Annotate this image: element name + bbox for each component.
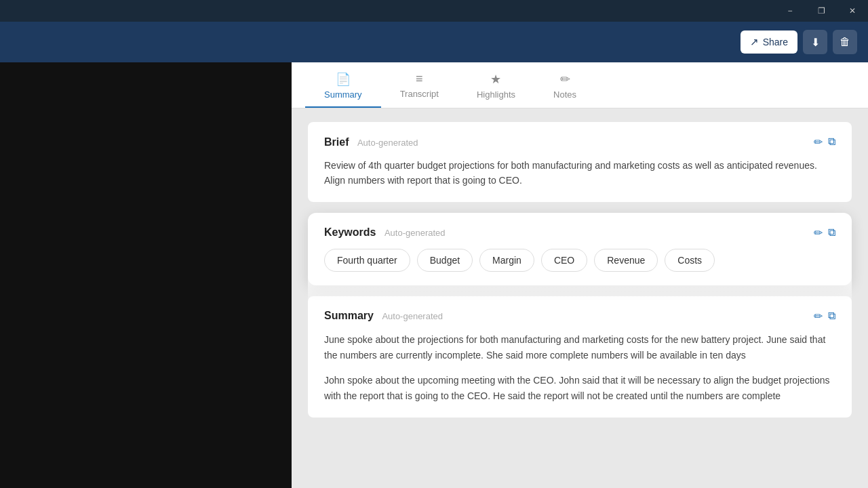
summary-icon: 📄 xyxy=(336,72,351,87)
keyword-tag[interactable]: CEO xyxy=(541,249,587,272)
tab-notes-label: Notes xyxy=(553,89,576,100)
summary-section: Summary Auto-generated ✏ ⧉ June spoke ab… xyxy=(308,296,852,418)
keywords-header: Keywords Auto-generated ✏ ⧉ xyxy=(324,226,835,239)
brief-text: Review of 4th quarter budget projections… xyxy=(324,158,835,188)
right-panel: 📄 Summary ≡ Transcript ★ Highlights ✏ No… xyxy=(292,62,868,488)
keyword-tag[interactable]: Fourth quarter xyxy=(324,249,410,272)
summary-header: Summary Auto-generated ✏ ⧉ xyxy=(324,310,835,323)
tab-highlights[interactable]: ★ Highlights xyxy=(458,62,534,108)
keywords-subtitle: Auto-generated xyxy=(384,228,446,238)
summary-paragraph: John spoke about the upcoming meeting wi… xyxy=(324,373,835,404)
keywords-grid: Fourth quarterBudgetMarginCEORevenueCost… xyxy=(324,249,835,272)
brief-actions: ✏ ⧉ xyxy=(814,136,835,148)
content-area: Brief Auto-generated ✏ ⧉ Review of 4th q… xyxy=(292,108,868,488)
delete-button[interactable]: 🗑 xyxy=(833,30,857,54)
tab-summary-label: Summary xyxy=(324,89,362,100)
tab-bar: 📄 Summary ≡ Transcript ★ Highlights ✏ No… xyxy=(292,62,868,108)
keyword-tag[interactable]: Budget xyxy=(417,249,473,272)
share-label: Share xyxy=(763,37,788,47)
download-button[interactable]: ⬇ xyxy=(803,30,827,54)
brief-copy-icon[interactable]: ⧉ xyxy=(828,136,835,148)
tab-summary[interactable]: 📄 Summary xyxy=(305,62,381,108)
summary-copy-icon[interactable]: ⧉ xyxy=(828,310,835,323)
keywords-title: Keywords xyxy=(324,226,376,238)
brief-header: Brief Auto-generated ✏ ⧉ xyxy=(324,136,835,148)
minimize-button[interactable]: − xyxy=(774,0,806,22)
restore-button[interactable]: ❐ xyxy=(806,0,837,22)
summary-paragraph: June spoke about the projections for bot… xyxy=(324,332,835,363)
summary-subtitle: Auto-generated xyxy=(382,311,443,321)
brief-title-group: Brief Auto-generated xyxy=(324,136,418,148)
keywords-section: Keywords Auto-generated ✏ ⧉ Fourth quart… xyxy=(308,213,852,285)
share-button[interactable]: ↗ Share xyxy=(741,30,797,54)
topbar: ↗ Share ⬇ 🗑 xyxy=(0,22,868,62)
brief-section: Brief Auto-generated ✏ ⧉ Review of 4th q… xyxy=(308,122,852,202)
summary-edit-icon[interactable]: ✏ xyxy=(814,310,823,323)
keyword-tag[interactable]: Margin xyxy=(479,249,534,272)
share-icon: ↗ xyxy=(750,36,759,48)
brief-subtitle: Auto-generated xyxy=(357,138,418,148)
highlights-icon: ★ xyxy=(490,72,501,87)
titlebar: − ❐ ✕ xyxy=(0,0,868,22)
main-layout: 📄 Summary ≡ Transcript ★ Highlights ✏ No… xyxy=(0,62,868,488)
keywords-actions: ✏ ⧉ xyxy=(814,226,835,239)
tab-transcript[interactable]: ≡ Transcript xyxy=(381,62,458,108)
transcript-icon: ≡ xyxy=(416,72,423,86)
keywords-edit-icon[interactable]: ✏ xyxy=(814,226,823,239)
summary-title-group: Summary Auto-generated xyxy=(324,310,443,322)
tab-notes[interactable]: ✏ Notes xyxy=(534,62,595,108)
keywords-title-group: Keywords Auto-generated xyxy=(324,226,446,239)
brief-title: Brief xyxy=(324,136,349,148)
trash-icon: 🗑 xyxy=(840,36,850,48)
keywords-copy-icon[interactable]: ⧉ xyxy=(828,226,835,239)
summary-text: June spoke about the projections for bot… xyxy=(324,332,835,404)
brief-edit-icon[interactable]: ✏ xyxy=(814,136,823,148)
notes-icon: ✏ xyxy=(560,72,570,87)
keyword-tag[interactable]: Revenue xyxy=(594,249,658,272)
download-icon: ⬇ xyxy=(811,36,820,49)
keyword-tag[interactable]: Costs xyxy=(665,249,715,272)
left-panel xyxy=(0,62,292,488)
close-button[interactable]: ✕ xyxy=(837,0,868,22)
summary-title: Summary xyxy=(324,310,374,321)
tab-highlights-label: Highlights xyxy=(477,89,515,100)
tab-transcript-label: Transcript xyxy=(400,89,439,99)
summary-actions: ✏ ⧉ xyxy=(814,310,835,323)
